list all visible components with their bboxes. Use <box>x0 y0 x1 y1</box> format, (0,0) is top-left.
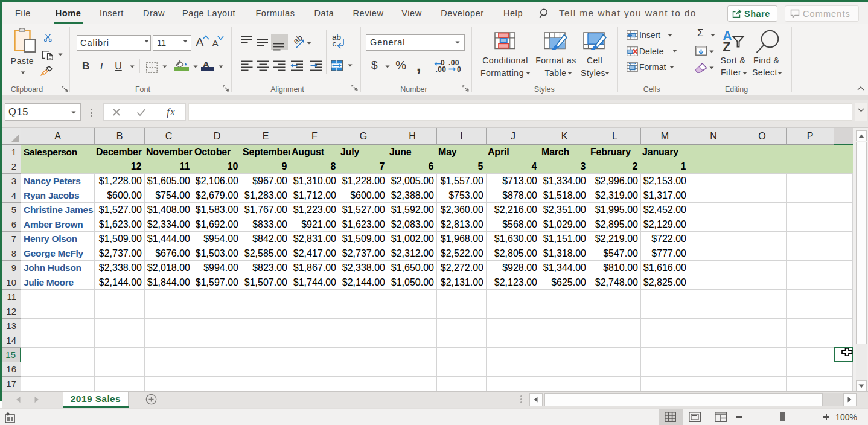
svg-text:Z: Z <box>723 39 730 52</box>
